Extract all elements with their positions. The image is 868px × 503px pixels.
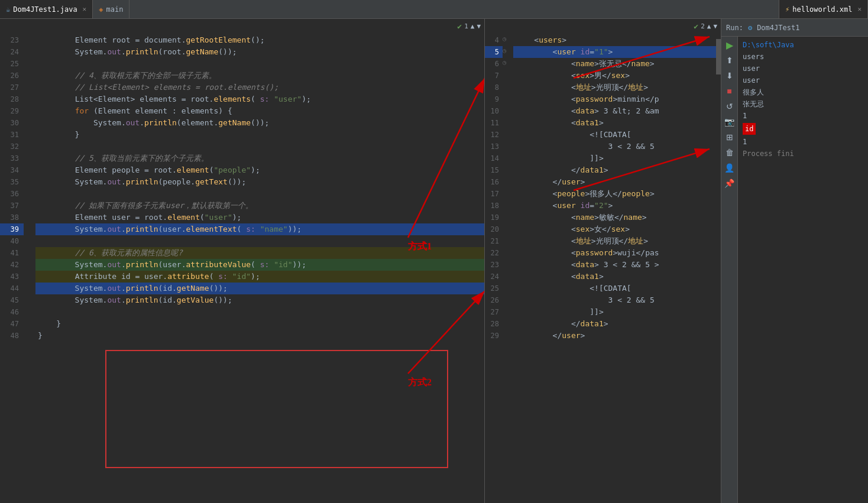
run-config-name: Dom4JTest1 [757, 24, 799, 32]
tab-dom4jtest1[interactable]: ☕ Dom4JTest1.java ✕ [0, 0, 93, 18]
xml-line-20: <sex>女</sex> [513, 223, 721, 235]
check-icon: ✔ [457, 22, 462, 31]
xml-counter: 2 [701, 22, 705, 30]
code-line-27: // List<Element> elements = root.element… [35, 82, 484, 93]
xml-line-25: <![CDATA[ [513, 283, 721, 294]
xml-line-19: <name>敏敏</name> [513, 212, 721, 223]
left-editor-panel: ✔ 1 ▲ ▼ 23 24 25 26 27 28 29 30 31 32 33… [0, 19, 485, 503]
output-id-box: id [743, 123, 863, 135]
xml-line-15: </data1> [513, 164, 721, 176]
output-users: users [743, 51, 863, 63]
code-line-48: } [35, 330, 484, 342]
java-file-icon: ◈ [99, 5, 103, 14]
code-line-35: System.out.println(people.getText()); [35, 176, 484, 188]
run-config-icon: ⚙ [748, 24, 752, 32]
run-up-button[interactable]: ⬆ [724, 54, 736, 66]
down-arrow-left[interactable]: ▼ [477, 22, 481, 30]
output-path-link[interactable]: D:\soft\Java [743, 41, 794, 49]
code-line-25 [35, 58, 484, 70]
run-pin-button[interactable]: 📌 [724, 177, 736, 189]
code-line-36 [35, 188, 484, 200]
output-many-people: 很多人 [743, 86, 863, 98]
left-line-numbers: 23 24 25 26 27 28 29 30 31 32 33 34 35 3… [0, 33, 24, 503]
xml-scrollbar-track[interactable] [716, 33, 721, 503]
xml-up-arrow[interactable]: ▲ [707, 22, 711, 30]
run-label: Run: [726, 24, 743, 32]
code-line-46 [35, 306, 484, 318]
xml-line-28: </data1> [513, 318, 721, 330]
xml-file-icon: ⚡ [785, 5, 789, 14]
xml-line-26: 3 < 2 && 5 [513, 294, 721, 306]
output-path: D:\soft\Java [743, 39, 863, 51]
left-gutter [24, 33, 35, 503]
xml-down-arrow[interactable]: ▼ [713, 22, 717, 30]
run-stop-button[interactable]: ■ [724, 85, 736, 97]
xml-line-22: <password>wuji</pas [513, 247, 721, 259]
xml-toolbar: ✔ 2 ▲ ▼ [485, 19, 721, 33]
xml-editor-panel: ✔ 2 ▲ ▼ 4 5 6 7 8 9 10 11 12 13 14 15 16… [485, 19, 721, 503]
code-line-43: Attribute id = user.attribute( s: "id"); [35, 271, 484, 283]
run-side-toolbar: ▶ ⬆ ⬇ ■ ↺ 📷 ⊞ 🗑 👤 📌 [721, 37, 738, 503]
run-header: Run: ⚙ Dom4JTest1 [721, 19, 868, 37]
xml-line-14: ]]> [513, 152, 721, 164]
xml-tab-close[interactable]: ✕ [857, 5, 861, 13]
code-line-28: List<Element> elements = root.elements( … [35, 93, 484, 105]
output-process: Process fini [743, 148, 863, 160]
code-line-24: System.out.println(root.getName()); [35, 46, 484, 58]
xml-code-area[interactable]: <users> <user id="1"> <name>张无忌</name> <… [513, 33, 721, 503]
tab-main[interactable]: ◈ main [93, 0, 129, 18]
run-person-button[interactable]: 👤 [724, 162, 736, 174]
run-camera-button[interactable]: 📷 [724, 116, 736, 128]
run-rerun-button[interactable]: ↺ [724, 100, 736, 112]
code-line-37: // 如果下面有很多子元素user，默认获取第一个。 [35, 200, 484, 212]
output-id-label: id [743, 123, 756, 135]
run-table-button[interactable]: ⊞ [724, 131, 736, 143]
code-line-30: System.out.println(element.getName()); [35, 117, 484, 129]
xml-line-23: <data> 3 < 2 && 5 > [513, 259, 721, 271]
run-down-button[interactable]: ⬇ [724, 70, 736, 82]
tab-close-button[interactable]: ✕ [83, 5, 87, 13]
run-play-button[interactable]: ▶ [724, 39, 736, 51]
xml-line-8: <地址>光明顶</地址> [513, 82, 721, 93]
xml-line-numbers: 4 5 6 7 8 9 10 11 12 13 14 15 16 17 18 1… [485, 33, 503, 503]
run-content: ▶ ⬆ ⬇ ■ ↺ 📷 ⊞ 🗑 👤 📌 D:\soft\Java users u… [721, 37, 868, 503]
annotation-fangshi1: 方式1 [408, 241, 432, 253]
xml-line-11: <data1> [513, 117, 721, 129]
output-id-value: 1 [743, 136, 863, 148]
tabs-bar: ☕ Dom4JTest1.java ✕ ◈ main ⚡ helloworld.… [0, 0, 868, 19]
output-user-1: user [743, 63, 863, 74]
tab-label: Dom4JTest1.java [13, 5, 77, 14]
code-line-45: System.out.println(id.getValue()); [35, 294, 484, 306]
xml-content: 4 5 6 7 8 9 10 11 12 13 14 15 16 17 18 1… [485, 33, 721, 503]
xml-line-5: <user id="1"> [513, 46, 721, 58]
xml-line-16: </user> [513, 176, 721, 188]
run-delete-button[interactable]: 🗑 [724, 147, 736, 158]
xml-line-17: <people>很多人</people> [513, 188, 721, 200]
code-line-44: System.out.println(id.getName()); [35, 283, 484, 294]
output-zhang: 张无忌 [743, 98, 863, 110]
code-line-23: Element root = document.getRootElement()… [35, 34, 484, 46]
code-line-34: Element people = root.element("people"); [35, 164, 484, 176]
xml-tab-label: helloworld.xml [792, 5, 852, 14]
output-1: 1 [743, 110, 863, 122]
code-line-26: // 4、获取根元素下的全部一级子元素。 [35, 70, 484, 82]
xml-line-9: <password>minmin</p [513, 93, 721, 105]
xml-line-18: <user id="2"> [513, 200, 721, 212]
xml-line-24: <data1> [513, 271, 721, 283]
code-line-39: System.out.println(user.elementText( s: … [35, 223, 484, 235]
left-toolbar: ✔ 1 ▲ ▼ [0, 19, 484, 33]
run-panel: Run: ⚙ Dom4JTest1 ▶ ⬆ ⬇ ■ ↺ 📷 ⊞ 🗑 👤 📌 [721, 19, 868, 503]
up-arrow-left[interactable]: ▲ [471, 22, 475, 30]
code-line-32 [35, 141, 484, 152]
xml-line-21: <地址>光明顶</地址> [513, 235, 721, 247]
xml-scrollbar-thumb[interactable] [716, 39, 721, 74]
left-code-area[interactable]: Element root = document.getRootElement()… [35, 33, 484, 503]
xml-check-icon: ✔ [694, 22, 698, 31]
run-output-area: D:\soft\Java users user user 很多人 张无忌 1 i… [738, 37, 868, 503]
code-line-33: // 5、获取当前元素下的某个子元素。 [35, 152, 484, 164]
output-user-2: user [743, 74, 863, 86]
tab-helloworld-xml[interactable]: ⚡ helloworld.xml ✕ [779, 0, 868, 18]
tab-main-label: main [106, 5, 123, 14]
code-line-38: Element user = root.element("user"); [35, 212, 484, 223]
left-editor-content: 23 24 25 26 27 28 29 30 31 32 33 34 35 3… [0, 33, 484, 503]
